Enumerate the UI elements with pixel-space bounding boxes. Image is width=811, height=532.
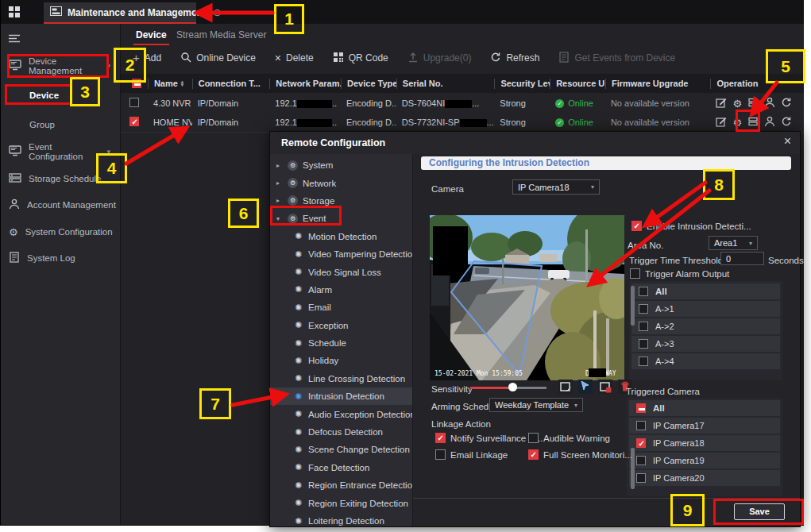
tree-item-exception[interactable]: ✺Exception [270, 317, 412, 334]
annotation-label-6: 6 [228, 199, 259, 228]
triggered-camera-ip-camera17[interactable]: IP Camera17 [629, 418, 780, 434]
edit-device-icon[interactable] [716, 116, 727, 129]
toolbar-online-device-button[interactable]: Online Device [180, 52, 256, 65]
tree-item-intrusion-detection[interactable]: ✺Intrusion Detection [270, 387, 412, 405]
alarm-output-a-2[interactable]: A->2 [631, 318, 780, 334]
column-header-name[interactable]: Name▴▾ [148, 79, 192, 89]
sidebar-item-system-log[interactable]: System Log [1, 249, 120, 268]
select-cursor-icon[interactable] [578, 380, 593, 394]
trigger-alarm-output-checkbox[interactable] [630, 268, 640, 279]
row-checkbox[interactable] [636, 456, 646, 465]
dialog-close-icon[interactable]: × [784, 134, 791, 148]
row-checkbox[interactable] [639, 339, 648, 349]
column-header-firmware-upgrade[interactable]: Firmware Upgrade [605, 79, 711, 89]
tab-close-icon[interactable]: ⊗ [213, 6, 222, 18]
tree-item-face-detection[interactable]: ✺Face Detection [270, 459, 412, 476]
row-checkbox[interactable] [129, 117, 139, 126]
triggered-camera-all[interactable]: All [629, 400, 780, 416]
alarm-output-all[interactable]: All [631, 283, 780, 299]
linkage-checkbox-email-linkage[interactable] [435, 449, 446, 460]
clear-region-icon[interactable] [598, 380, 612, 394]
row-checkbox[interactable] [639, 304, 648, 314]
slider-thumb[interactable] [508, 383, 517, 391]
camera-label: Camera [431, 184, 464, 194]
sidebar-item-group[interactable]: Group [1, 115, 120, 134]
tab-maintenance-and-management[interactable]: Maintenance and Management ⊗ [44, 2, 196, 24]
row-checkbox[interactable] [636, 438, 646, 448]
tree-item-system[interactable]: ▸⚙System [270, 156, 412, 174]
sidebar-item-account-management[interactable]: Account Management [1, 195, 120, 214]
column-header-resource-us-[interactable]: Resource Us... [550, 79, 605, 89]
expand-closed-icon[interactable]: ▸ [276, 179, 283, 187]
toolbar-delete-button[interactable]: ×Delete [275, 52, 314, 64]
tree-item-line-crossing-detection[interactable]: ✺Line Crossing Detection [270, 370, 412, 387]
tree-item-alarm[interactable]: ✺Alarm [270, 281, 412, 299]
tree-item-network[interactable]: ▸⚙Network [270, 174, 412, 191]
tab-stream-media-server[interactable]: Stream Media Server [176, 29, 266, 40]
tree-item-video-signal-loss[interactable]: ✺Video Signal Loss [270, 263, 412, 280]
column-header-security-level[interactable]: Security Level [494, 79, 550, 89]
tree-item-defocus-detection[interactable]: ✺Defocus Detection [270, 423, 412, 441]
triggered-camera-ip-camera19[interactable]: IP Camera19 [629, 453, 780, 468]
tree-item-loitering-detection[interactable]: ✺Loitering Detection [270, 512, 412, 526]
device-row-4-30-nvr[interactable]: 4.30 NVRIP/Domain192.1..Encoding D...DS-… [121, 94, 804, 114]
alarm-output-a-3[interactable]: A->3 [631, 336, 780, 352]
tree-item-scene-change-detection[interactable]: ✺Scene Change Detection [270, 441, 412, 458]
tree-item-schedule[interactable]: ✺Schedule [270, 334, 412, 352]
row-checkbox[interactable] [639, 287, 648, 296]
video-preview[interactable]: 15-02-2021 Mon 15:59:05 DRIVEWAY [430, 215, 624, 380]
enable-intrusion-checkbox[interactable] [631, 221, 642, 231]
area-no-select[interactable]: Area1▾ [709, 236, 758, 250]
triggered-camera-ip-camera18[interactable]: IP Camera18 [629, 435, 780, 451]
camera-select[interactable]: IP Camera18▾ [512, 179, 600, 195]
column-header-serial-no-[interactable]: Serial No. [396, 79, 495, 89]
network-parameters: 192.1.. [269, 98, 341, 108]
tab-device[interactable]: Device [133, 29, 169, 45]
linkage-checkbox-audible-warning[interactable] [528, 433, 539, 443]
row-checkbox[interactable] [636, 403, 646, 413]
alarm-output-a-1[interactable]: A->1 [631, 301, 780, 317]
tree-item-region-exiting-detection[interactable]: ✺Region Exiting Detection [270, 494, 412, 511]
alarm-output-a-4[interactable]: A->4 [631, 353, 780, 369]
edit-device-icon[interactable] [716, 97, 727, 110]
row-checkbox[interactable] [636, 421, 646, 430]
remote-configuration-gear-icon[interactable]: ⚙ [732, 98, 742, 109]
column-header-network-param-[interactable]: Network Param... [269, 79, 341, 89]
toolbar-refresh-button[interactable]: Refresh [490, 52, 539, 65]
row-checkbox[interactable] [639, 322, 648, 331]
toolbar-qr-code-button[interactable]: QR Code [333, 52, 388, 65]
arming-schedule-select[interactable]: Weekday Template▾ [489, 398, 583, 412]
expand-closed-icon[interactable]: ▸ [276, 197, 283, 204]
tree-item-video-tampering-detection[interactable]: ✺Video Tampering Detection [270, 245, 412, 263]
device-sync-icon[interactable] [781, 97, 792, 110]
tree-item-region-entrance-detection[interactable]: ✺Region Entrance Detection [270, 476, 412, 494]
tree-item-holiday[interactable]: ✺Holiday [270, 352, 412, 369]
device-account-icon[interactable] [764, 116, 775, 129]
app-launcher-icon[interactable] [8, 6, 21, 21]
tree-item-motion-detection[interactable]: ✺Motion Detection [270, 228, 412, 245]
row-checkbox[interactable] [639, 357, 648, 366]
triggered-camera-ip-camera20[interactable]: IP Camera20 [629, 470, 780, 486]
row-checkbox[interactable] [636, 473, 646, 483]
gear-icon: ✺ [293, 427, 303, 438]
device-sync-icon[interactable] [781, 116, 792, 129]
menu-toggle-icon[interactable] [9, 32, 20, 46]
device-account-icon[interactable] [764, 97, 775, 110]
linkage-checkbox-full-screen-monitori-[interactable] [528, 449, 539, 460]
alarm-list-scrollbar[interactable] [631, 286, 635, 326]
tree-item-email[interactable]: ✺Email [270, 299, 412, 316]
expand-closed-icon[interactable]: ▸ [276, 162, 283, 169]
column-header-device-type[interactable]: Device Type [341, 79, 396, 89]
sensitivity-slider[interactable] [470, 383, 546, 392]
column-header-connection-t-[interactable]: Connection T... [192, 79, 270, 89]
linkage-checkbox-notify-surveillance-c-[interactable] [435, 433, 446, 443]
tree-item-audio-exception-detection[interactable]: ✺Audio Exception Detection [270, 405, 412, 422]
draw-region-icon[interactable] [558, 380, 573, 394]
trigger-time-threshold-input[interactable]: 0 [720, 252, 764, 265]
sidebar-item-system-configuration[interactable]: ⚙System Configuration [1, 222, 120, 241]
sort-icon[interactable]: ▴▾ [181, 80, 183, 87]
device-storage-icon[interactable] [747, 97, 759, 110]
row-checkbox[interactable] [129, 98, 139, 107]
device-row-home-nvr[interactable]: HOME NVRIP/Domain192.1..Encoding D...DS-… [121, 113, 804, 133]
annotation-label-1: 1 [274, 4, 304, 34]
